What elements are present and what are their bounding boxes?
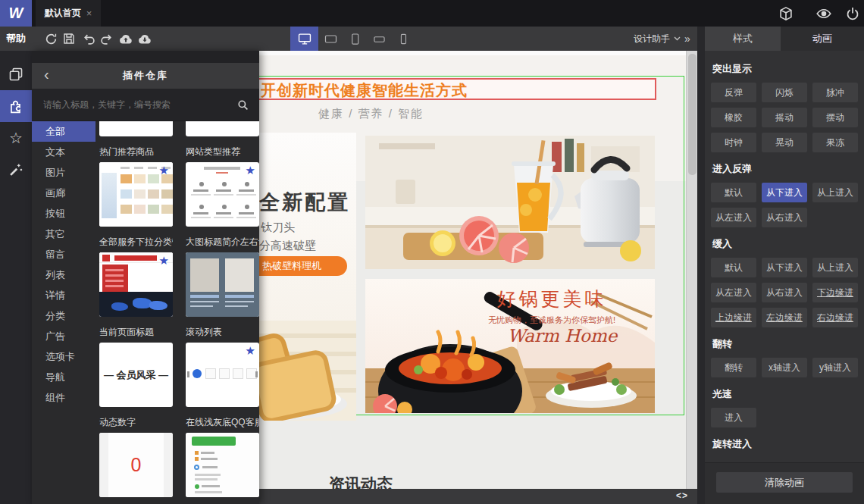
animation-option-button[interactable]: 翻转 xyxy=(711,358,756,377)
animation-option-button[interactable]: 时钟 xyxy=(711,133,756,152)
plugin-search-input[interactable] xyxy=(32,99,259,110)
category-item[interactable]: 详情 xyxy=(32,285,95,305)
plugin-item[interactable]: 当前页面标题— 会员风采 — xyxy=(99,326,173,407)
category-item[interactable]: 列表 xyxy=(32,265,95,285)
plugin-item[interactable] xyxy=(186,121,259,136)
category-item[interactable]: 画廊 xyxy=(32,183,95,203)
sidebar-item-pages[interactable] xyxy=(0,58,32,90)
animation-option-button[interactable]: 闪烁 xyxy=(762,83,807,102)
redo-icon[interactable] xyxy=(99,32,113,45)
plugin-item-thumbnail[interactable]: ★ xyxy=(186,343,259,407)
design-assistant-dropdown[interactable]: 设计助手 xyxy=(634,27,681,51)
category-item[interactable]: 导航 xyxy=(32,367,95,387)
animation-option-button[interactable]: 左边缘进 xyxy=(762,308,807,327)
help-button[interactable]: 帮助 xyxy=(0,27,32,51)
category-item[interactable]: 按钮 xyxy=(32,203,95,224)
cloud-download-icon[interactable] xyxy=(138,32,152,45)
hero-title-text[interactable]: 开创新时代健康智能生活方式 xyxy=(261,80,468,101)
category-item[interactable]: 全部 xyxy=(32,121,95,142)
plugin-item[interactable]: 大图标题简介左右切... xyxy=(186,236,259,317)
sidebar-item-plugins[interactable] xyxy=(0,90,32,122)
plugin-item[interactable]: 在线浅灰底QQ客服 xyxy=(186,416,259,497)
code-view-icon[interactable]: <> xyxy=(676,490,688,501)
cube-icon[interactable] xyxy=(778,5,794,22)
animation-option-button[interactable]: 从上进入 xyxy=(812,183,858,202)
wok-banner-image[interactable]: 好锅更美味 无忧购物，至诚服务为你保驾护航! Warm Home xyxy=(365,279,655,413)
star-badge-icon[interactable]: ★ xyxy=(159,164,169,177)
plugin-item-thumbnail[interactable] xyxy=(186,433,259,497)
plugin-item-thumbnail[interactable] xyxy=(186,121,259,136)
category-item[interactable]: 组件 xyxy=(32,387,95,408)
hero-subtitle-text[interactable]: 健康 / 营养 / 智能 xyxy=(318,107,424,121)
star-badge-icon[interactable]: ★ xyxy=(159,254,169,268)
animation-option-button[interactable]: 下边缘进 xyxy=(812,283,858,302)
animation-option-button[interactable]: 从下进入 xyxy=(762,258,807,277)
animation-option-button[interactable]: 橡胶 xyxy=(711,108,756,127)
animation-option-button[interactable]: 从右进入 xyxy=(762,283,807,302)
device-phone-landscape-button[interactable] xyxy=(367,27,391,51)
animation-option-button[interactable]: 进入 xyxy=(711,408,756,427)
plugin-item-thumbnail[interactable] xyxy=(186,252,259,317)
device-phone-portrait-button[interactable] xyxy=(391,27,415,51)
animation-option-button[interactable]: 脉冲 xyxy=(812,83,858,102)
animation-option-button[interactable]: 右边缘进 xyxy=(812,308,858,327)
plugin-item-thumbnail[interactable]: ★ xyxy=(99,252,173,317)
category-item[interactable]: 图片 xyxy=(32,162,95,183)
tab-style[interactable]: 样式 xyxy=(705,27,781,51)
plugin-item-thumbnail[interactable]: ★ xyxy=(99,162,173,227)
refresh-icon[interactable] xyxy=(44,32,58,45)
plugin-item[interactable] xyxy=(99,121,173,136)
animation-option-button[interactable]: 默认 xyxy=(711,183,756,202)
save-icon[interactable] xyxy=(62,32,76,45)
animation-option-button[interactable]: 反弹 xyxy=(711,83,756,102)
animation-option-button[interactable]: 默认 xyxy=(711,258,756,277)
animation-option-button[interactable]: 从左进入 xyxy=(711,208,756,227)
undo-icon[interactable] xyxy=(82,32,95,45)
device-tablet-landscape-button[interactable] xyxy=(318,27,343,51)
star-badge-icon[interactable]: ★ xyxy=(246,344,255,358)
device-desktop-button[interactable] xyxy=(290,27,318,51)
plugin-item[interactable]: 滚动列表★ xyxy=(186,326,259,407)
animation-option-button[interactable]: 从右进入 xyxy=(762,208,807,227)
eye-icon[interactable] xyxy=(815,5,832,22)
category-item[interactable]: 分类 xyxy=(32,305,95,326)
animation-option-button[interactable]: 摆动 xyxy=(812,108,858,127)
plugin-item-thumbnail[interactable]: ★ xyxy=(186,162,259,227)
device-tablet-portrait-button[interactable] xyxy=(343,27,367,51)
collapse-panel-chevrons[interactable]: » xyxy=(684,27,690,51)
category-item[interactable]: 留言 xyxy=(32,244,95,265)
power-icon[interactable] xyxy=(844,5,861,22)
plugin-item[interactable]: 网站类型推荐★ xyxy=(186,146,259,227)
canvas-scrollbar[interactable] xyxy=(686,51,697,489)
animation-option-button[interactable]: 晃动 xyxy=(762,133,807,152)
clear-animation-button[interactable]: 清除动画 xyxy=(716,472,853,493)
search-icon[interactable] xyxy=(236,99,249,111)
app-logo[interactable]: W xyxy=(0,0,32,27)
scrollbar-thumb[interactable] xyxy=(688,54,697,175)
category-item[interactable]: 广告 xyxy=(32,326,95,346)
animation-option-button[interactable]: 上边缘进 xyxy=(711,308,756,327)
close-tab-icon[interactable]: × xyxy=(86,8,92,19)
plugin-item[interactable]: 全部服务下拉分类带...★ xyxy=(99,236,173,317)
star-badge-icon[interactable]: ★ xyxy=(246,164,255,177)
animation-option-button[interactable]: x轴进入 xyxy=(762,358,807,377)
animation-option-button[interactable]: 果冻 xyxy=(812,133,858,152)
plugin-item-thumbnail[interactable] xyxy=(99,121,173,136)
cloud-upload-icon[interactable] xyxy=(119,32,133,45)
tab-animation[interactable]: 动画 xyxy=(781,27,864,51)
animation-option-button[interactable]: y轴进入 xyxy=(812,358,858,377)
animation-option-button[interactable]: 从上进入 xyxy=(812,258,858,277)
plugin-item[interactable]: 动态数字0 xyxy=(99,416,173,497)
category-item[interactable]: 文本 xyxy=(32,142,95,162)
animation-option-button[interactable]: 从下进入 xyxy=(762,183,807,202)
category-item[interactable]: 选项卡 xyxy=(32,346,95,367)
kettle-banner-image[interactable] xyxy=(365,136,655,269)
animation-option-button[interactable]: 从左进入 xyxy=(711,283,756,302)
page-tab[interactable]: 默认首页 × xyxy=(36,0,101,27)
category-item[interactable]: 其它 xyxy=(32,224,95,244)
animation-option-button[interactable]: 摇动 xyxy=(762,108,807,127)
plugin-item-thumbnail[interactable]: 0 xyxy=(99,433,173,497)
sidebar-item-favorites[interactable]: ☆ xyxy=(0,122,32,154)
plugin-item-thumbnail[interactable]: — 会员风采 — xyxy=(99,343,173,407)
plugin-item[interactable]: 热门推荐商品★ xyxy=(99,146,173,227)
